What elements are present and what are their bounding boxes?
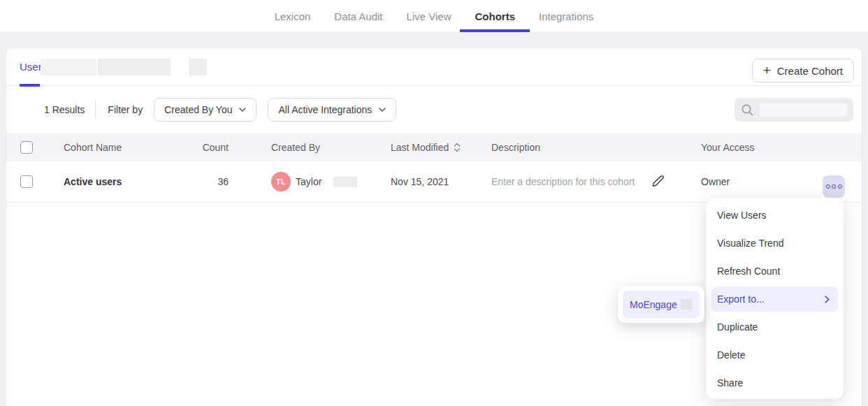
panel-tabs-row: User + Create Cohort [6, 48, 862, 86]
description-field[interactable]: Enter a description for this cohort [491, 161, 635, 202]
export-submenu: MoEngage [618, 286, 704, 323]
top-nav: Lexicon Data Audit Live View Cohorts Int… [0, 0, 868, 32]
ellipsis-icon [826, 184, 830, 189]
edit-description-button[interactable] [650, 173, 667, 190]
table-header: Cohort Name Count Created By Last Modifi… [6, 133, 862, 161]
more-actions-button[interactable] [823, 175, 845, 198]
menu-item-duplicate[interactable]: Duplicate [706, 313, 844, 341]
filter-bar: 1 Results Filter by Created By You All A… [6, 86, 862, 133]
cohort-actions-menu: View Users Visualize Trend Refresh Count… [706, 198, 844, 399]
divider [95, 101, 96, 119]
create-cohort-button[interactable]: + Create Cohort [752, 59, 854, 82]
redacted-tab-block [41, 59, 96, 75]
nav-tab-integrations[interactable]: Integrations [539, 0, 593, 32]
submenu-item-moengage[interactable]: MoEngage [623, 291, 700, 318]
creator-name: Taylor [296, 176, 321, 187]
search-icon [741, 103, 754, 117]
nav-tab-data-audit[interactable]: Data Audit [334, 0, 382, 32]
row-checkbox-cell [20, 161, 33, 202]
row-checkbox[interactable] [20, 175, 33, 188]
nav-tab-cohorts[interactable]: Cohorts [475, 0, 515, 32]
created-by-dropdown[interactable]: Created By You [154, 98, 256, 122]
active-tab-underline [460, 29, 530, 32]
chevron-down-icon [379, 108, 386, 112]
integrations-dropdown[interactable]: All Active Integrations [268, 98, 396, 122]
created-by-cell: TL Taylor [271, 161, 357, 202]
select-all-checkbox[interactable] [20, 141, 33, 154]
row-actions-cell [823, 161, 845, 202]
header-your-access: Your Access [701, 133, 755, 161]
header-description: Description [491, 133, 540, 161]
menu-item-share[interactable]: Share [706, 369, 844, 397]
table-row[interactable]: Active users 36 TL Taylor Nov 15, 2021 E… [6, 161, 862, 203]
nav-tab-cohorts-label: Cohorts [475, 10, 515, 22]
created-by-dropdown-value: Created By You [164, 104, 232, 115]
cohorts-page: Lexicon Data Audit Live View Cohorts Int… [0, 0, 868, 406]
menu-item-export-to[interactable]: Export to... [711, 287, 838, 312]
nav-tab-live-view[interactable]: Live View [407, 0, 451, 32]
tab-user[interactable]: User [20, 48, 42, 85]
top-nav-bar: Lexicon Data Audit Live View Cohorts Int… [0, 0, 868, 33]
menu-item-visualize-trend[interactable]: Visualize Trend [706, 229, 844, 257]
results-count: 1 Results [44, 104, 85, 115]
access-level: Owner [701, 161, 730, 202]
header-cohort-name[interactable]: Cohort Name [64, 133, 122, 161]
moengage-label: MoEngage [630, 299, 677, 310]
header-last-modified[interactable]: Last Modified [391, 133, 461, 161]
redacted-search-text [760, 103, 847, 117]
nav-tab-lexicon[interactable]: Lexicon [275, 0, 311, 32]
sort-icon[interactable] [454, 143, 461, 152]
integrations-dropdown-value: All Active Integrations [278, 104, 372, 115]
redacted-tab-block [98, 59, 171, 75]
plus-icon: + [763, 64, 771, 77]
cohort-name[interactable]: Active users [64, 161, 122, 202]
pencil-icon [650, 173, 667, 190]
search-input[interactable] [735, 98, 853, 122]
redacted-submenu-text [681, 299, 693, 310]
user-tab-underline [20, 84, 40, 87]
chevron-down-icon [239, 108, 246, 112]
header-last-modified-label: Last Modified [391, 142, 449, 153]
export-to-label: Export to... [717, 293, 765, 305]
menu-item-view-users[interactable]: View Users [706, 201, 844, 229]
last-modified-date: Nov 15, 2021 [391, 161, 449, 202]
cohort-count: 36 [173, 161, 229, 202]
avatar: TL [271, 172, 291, 191]
select-all-checkbox-cell [20, 133, 33, 161]
redacted-tab-block [189, 59, 207, 75]
menu-item-refresh-count[interactable]: Refresh Count [706, 257, 844, 285]
header-created-by[interactable]: Created By [271, 133, 320, 161]
menu-item-delete[interactable]: Delete [706, 341, 844, 369]
create-cohort-label: Create Cohort [777, 65, 843, 77]
filter-by-label: Filter by [108, 104, 143, 115]
header-count[interactable]: Count [173, 133, 229, 161]
chevron-right-icon [825, 296, 830, 303]
redacted-last-name [333, 177, 357, 187]
